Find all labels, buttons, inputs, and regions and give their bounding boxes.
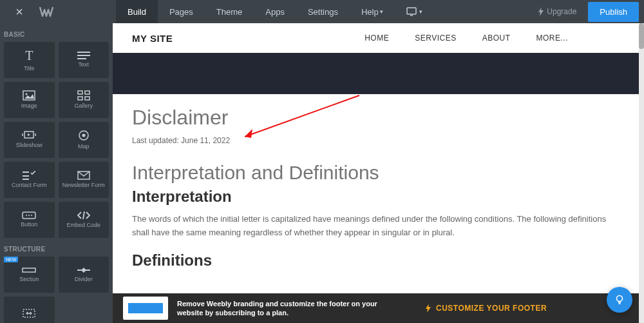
svg-point-19 bbox=[26, 215, 27, 216]
page-h1[interactable]: Disclaimer bbox=[132, 106, 620, 130]
chevron-down-icon: ▾ bbox=[419, 8, 422, 15]
tab-settings[interactable]: Settings bbox=[296, 0, 350, 23]
tool-contact-form[interactable]: Contact Form bbox=[4, 162, 55, 198]
device-preview-button[interactable]: ▾ bbox=[395, 0, 434, 23]
editor-canvas[interactable]: MY SITE HOME SERVICES ABOUT MORE... Disc… bbox=[113, 23, 639, 293]
page-h3-interpretation[interactable]: Interpretation bbox=[132, 188, 620, 206]
scrollbar-thumb[interactable] bbox=[639, 23, 644, 49]
chevron-down-icon: ▾ bbox=[380, 8, 383, 15]
hero-section[interactable] bbox=[113, 53, 639, 94]
tool-newsletter-form[interactable]: Newsletter Form bbox=[59, 162, 109, 198]
svg-rect-8 bbox=[85, 91, 90, 94]
footer-upgrade-banner: Remove Weebly branding and customize the… bbox=[113, 293, 644, 323]
tool-embed-code[interactable]: Embed Code bbox=[59, 202, 109, 238]
nav-about[interactable]: ABOUT bbox=[482, 34, 511, 43]
tab-theme[interactable]: Theme bbox=[205, 0, 254, 23]
button-icon bbox=[22, 211, 36, 219]
tool-text[interactable]: Text bbox=[59, 42, 109, 78]
tool-button[interactable]: Button bbox=[4, 202, 55, 238]
nav-more[interactable]: MORE... bbox=[536, 34, 568, 43]
gallery-icon bbox=[77, 90, 90, 101]
page-content[interactable]: Disclaimer Last updated: June 11, 2022 I… bbox=[113, 94, 639, 288]
svg-rect-7 bbox=[78, 91, 82, 94]
page-paragraph[interactable]: The words of which the initial letter is… bbox=[132, 212, 620, 240]
tool-slideshow[interactable]: Slideshow bbox=[4, 122, 55, 158]
lightning-icon bbox=[424, 304, 432, 313]
elements-sidebar: BASIC TTitle Text Image Gallery Slidesho… bbox=[0, 23, 113, 323]
title-icon: T bbox=[25, 48, 33, 63]
tool-section[interactable]: NEWSection bbox=[4, 257, 55, 293]
footer-thumb bbox=[123, 297, 168, 320]
svg-point-6 bbox=[26, 93, 28, 95]
svg-point-21 bbox=[31, 215, 32, 216]
svg-point-13 bbox=[82, 134, 85, 137]
section-label-structure: STRUCTURE bbox=[0, 238, 113, 257]
tool-map[interactable]: Map bbox=[59, 122, 109, 158]
site-header[interactable]: MY SITE HOME SERVICES ABOUT MORE... bbox=[113, 23, 639, 53]
page-h3-definitions[interactable]: Definitions bbox=[132, 251, 620, 269]
newsletter-icon bbox=[77, 171, 90, 180]
slideshow-icon bbox=[22, 131, 36, 140]
tab-pages[interactable]: Pages bbox=[158, 0, 205, 23]
new-badge: NEW bbox=[4, 257, 18, 262]
scrollbar[interactable] bbox=[639, 23, 644, 323]
tool-image[interactable]: Image bbox=[4, 82, 55, 118]
customize-footer-button[interactable]: CUSTOMIZE YOUR FOOTER bbox=[424, 304, 547, 313]
svg-rect-9 bbox=[78, 97, 82, 100]
tool-spacer[interactable] bbox=[4, 297, 55, 323]
publish-button[interactable]: Publish bbox=[588, 2, 639, 22]
section-icon bbox=[22, 266, 36, 274]
text-icon bbox=[77, 52, 90, 59]
image-icon bbox=[23, 90, 35, 101]
tab-apps[interactable]: Apps bbox=[254, 0, 296, 23]
section-label-basic: BASIC bbox=[0, 23, 113, 42]
svg-rect-22 bbox=[23, 268, 35, 272]
divider-icon bbox=[77, 266, 90, 274]
nav-services[interactable]: SERVICES bbox=[415, 34, 456, 43]
top-bar: × Build Pages Theme Apps Settings Help▾ … bbox=[0, 0, 644, 23]
main-tabs: Build Pages Theme Apps Settings Help▾ ▾ bbox=[116, 0, 434, 23]
tab-help[interactable]: Help▾ bbox=[350, 0, 395, 23]
svg-point-26 bbox=[617, 296, 623, 302]
weebly-logo[interactable] bbox=[39, 6, 97, 17]
form-icon bbox=[23, 171, 35, 180]
svg-point-20 bbox=[28, 215, 30, 216]
svg-rect-10 bbox=[85, 97, 90, 100]
tab-build[interactable]: Build bbox=[116, 0, 158, 23]
lightning-icon bbox=[538, 7, 544, 16]
site-nav: HOME SERVICES ABOUT MORE... bbox=[365, 34, 568, 43]
upgrade-button[interactable]: Upgrade bbox=[529, 7, 585, 16]
map-icon bbox=[78, 130, 90, 141]
last-updated[interactable]: Last updated: June 11, 2022 bbox=[132, 136, 620, 145]
site-title[interactable]: MY SITE bbox=[132, 33, 173, 44]
nav-home[interactable]: HOME bbox=[365, 34, 389, 43]
tool-gallery[interactable]: Gallery bbox=[59, 82, 109, 118]
spacer-icon bbox=[23, 309, 35, 318]
svg-rect-0 bbox=[407, 8, 416, 14]
lightbulb-icon bbox=[614, 294, 625, 306]
footer-message: Remove Weebly branding and customize the… bbox=[177, 299, 390, 318]
tool-title[interactable]: TTitle bbox=[4, 42, 55, 78]
help-bubble-button[interactable] bbox=[607, 287, 632, 313]
tool-divider[interactable]: Divider bbox=[59, 257, 109, 293]
close-button[interactable]: × bbox=[0, 5, 39, 19]
code-icon bbox=[77, 211, 91, 220]
page-h2[interactable]: Interpretation and Definitions bbox=[132, 162, 620, 184]
